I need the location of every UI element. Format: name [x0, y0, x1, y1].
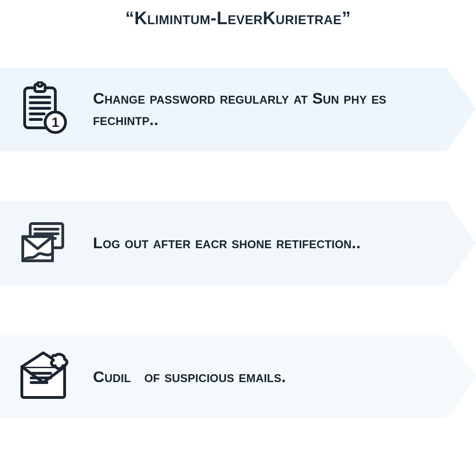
page-title: “Klimintum-LeverKurietrae” [0, 8, 476, 28]
tip-text: Cudil of suspicious emails. [93, 366, 434, 388]
svg-point-2 [38, 82, 42, 86]
svg-text:1: 1 [52, 114, 60, 130]
tip-row-2: Log out after eacr shone retifection.. [0, 201, 476, 285]
tips-list: 1 Change password regularly at Sun phy e… [0, 67, 476, 419]
tip-row-3: Cudil of suspicious emails. [0, 335, 476, 419]
mail-document-icon [14, 213, 74, 273]
open-quote: “ [125, 8, 134, 28]
tip-text: Change password regularly at Sun phy es … [93, 88, 434, 131]
tip-row-1: 1 Change password regularly at Sun phy e… [0, 67, 476, 151]
page: “Klimintum-LeverKurietrae” [0, 0, 476, 476]
close-quote: ” [342, 8, 351, 28]
suspicious-email-icon [14, 347, 74, 407]
title-text: Klimintum-LeverKurietrae [134, 8, 342, 28]
clipboard-number-1-icon: 1 [14, 79, 74, 139]
tip-text: Log out after eacr shone retifection.. [93, 232, 434, 254]
